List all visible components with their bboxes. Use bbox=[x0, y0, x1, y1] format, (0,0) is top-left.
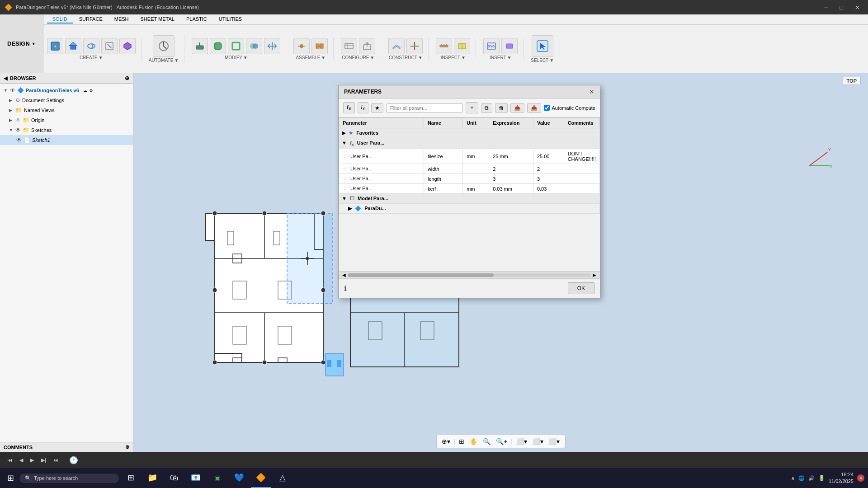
length-expr-cell[interactable]: 3 bbox=[489, 174, 533, 184]
tree-item-named-views[interactable]: ▶ 📁 Named Views bbox=[0, 105, 133, 115]
interference-icon[interactable] bbox=[454, 38, 470, 54]
kerf-unit-cell[interactable]: mm bbox=[463, 184, 489, 194]
kerf-name-cell[interactable]: kerf bbox=[424, 184, 462, 194]
pan-tool[interactable]: ✋ bbox=[468, 437, 479, 446]
scrollbar-thumb[interactable] bbox=[348, 273, 494, 277]
taskbar-other[interactable]: △ bbox=[273, 468, 292, 488]
width-expr-cell[interactable]: 2 bbox=[489, 164, 533, 174]
modify-label[interactable]: MODIFY ▼ bbox=[225, 55, 248, 60]
fillet-icon[interactable] bbox=[210, 38, 226, 54]
tab-sheet-metal[interactable]: SHEET METAL bbox=[135, 15, 180, 23]
revolve-icon[interactable] bbox=[83, 38, 99, 54]
close-button[interactable]: ✕ bbox=[851, 3, 863, 12]
tab-plastic[interactable]: PLASTIC bbox=[181, 15, 212, 23]
import-button[interactable]: 📥 bbox=[510, 103, 524, 113]
view-mode-1[interactable]: ⬜▾ bbox=[514, 437, 529, 446]
auto-compute-label[interactable]: Automatic Compute bbox=[552, 105, 595, 111]
named-views-arrow[interactable]: ▶ bbox=[9, 108, 14, 113]
time-display[interactable]: 18:24 11/02/2025 bbox=[829, 471, 854, 485]
tree-item-sketches[interactable]: ▼ 👁 📁 Sketches bbox=[0, 125, 133, 135]
kerf-comments-cell[interactable] bbox=[564, 184, 599, 194]
eye-icon-sketch1[interactable]: 👁 bbox=[16, 137, 22, 143]
eye-icon[interactable]: 👁 bbox=[10, 87, 15, 94]
tree-item-origin[interactable]: ▶ 👁 📁 Origin bbox=[0, 115, 133, 125]
origin-arrow[interactable]: ▶ bbox=[9, 118, 14, 122]
press-pull-icon[interactable] bbox=[192, 38, 208, 54]
length-comments-cell[interactable] bbox=[564, 174, 599, 184]
col-parameter[interactable]: Parameter bbox=[339, 118, 424, 128]
fx-button[interactable]: fx bbox=[343, 102, 355, 113]
param-search-input[interactable] bbox=[386, 103, 463, 113]
eye-icon-sketches[interactable]: 👁 bbox=[15, 127, 21, 133]
sketches-arrow[interactable]: ▼ bbox=[9, 128, 14, 132]
favorites-expand-arrow[interactable]: ▶ bbox=[342, 130, 345, 136]
network-icon[interactable]: 🌐 bbox=[798, 475, 805, 481]
axis-icon[interactable] bbox=[406, 38, 423, 54]
start-button[interactable]: ⊞ bbox=[4, 471, 18, 485]
col-expression[interactable]: Expression bbox=[489, 118, 533, 128]
assemble-label[interactable]: ASSEMBLE ▼ bbox=[296, 55, 326, 60]
scroll-left-btn[interactable]: ◀ bbox=[340, 272, 348, 277]
col-value[interactable]: Value bbox=[533, 118, 564, 128]
taskbar-fusion[interactable]: 🔶 bbox=[251, 468, 271, 488]
view-mode-2[interactable]: ⬜▾ bbox=[531, 437, 545, 446]
model-params-expand-arrow[interactable]: ▼ bbox=[342, 196, 347, 201]
add-param-button[interactable]: ＋ bbox=[466, 102, 478, 113]
tab-surface[interactable]: SURFACE bbox=[74, 15, 108, 23]
zoom-fit-tool[interactable]: 🔍 bbox=[481, 437, 492, 446]
root-expand-arrow[interactable]: ▼ bbox=[4, 88, 8, 93]
tab-utilities[interactable]: UTILITIES bbox=[213, 15, 247, 23]
construct-label[interactable]: CONSTRUCT ▼ bbox=[389, 55, 423, 60]
rigid-group-icon[interactable] bbox=[311, 38, 328, 54]
select-icon[interactable] bbox=[532, 35, 553, 57]
publish-icon[interactable] bbox=[359, 38, 375, 54]
inspect-label[interactable]: INSPECT ▼ bbox=[441, 55, 466, 60]
move-icon[interactable] bbox=[264, 38, 280, 54]
taskbar-vscode[interactable]: 💙 bbox=[229, 468, 249, 488]
shell-icon[interactable] bbox=[228, 38, 244, 54]
new-component-icon[interactable]: + bbox=[47, 38, 63, 54]
fx2-button[interactable]: fx bbox=[358, 102, 368, 113]
eye-icon-origin[interactable]: 👁 bbox=[15, 117, 21, 123]
col-unit[interactable]: Unit bbox=[463, 118, 489, 128]
combine-icon[interactable] bbox=[246, 38, 262, 54]
tree-item-root[interactable]: ▼ 👁 🔷 ParaDungeonTieles v6 ☁ ⚙ bbox=[0, 85, 133, 95]
browser-filter-icon[interactable]: ⊕ bbox=[125, 75, 129, 81]
grid-tool[interactable]: ⊞ bbox=[457, 437, 466, 446]
copy-param-button[interactable]: ⧉ bbox=[481, 103, 492, 113]
decal-icon[interactable] bbox=[501, 38, 518, 54]
notification-chevron-icon[interactable]: ∧ bbox=[791, 475, 795, 481]
delete-param-button[interactable]: 🗑 bbox=[495, 103, 508, 113]
automate-label[interactable]: AUTOMATE ▼ bbox=[149, 58, 179, 63]
kerf-star-icon[interactable]: ☆ bbox=[343, 186, 347, 191]
search-box[interactable]: 🔍 Type here to search bbox=[19, 474, 119, 483]
measure-icon[interactable] bbox=[436, 38, 452, 54]
length-name-cell[interactable]: length bbox=[424, 174, 462, 184]
playback-next-icon[interactable]: ▶| bbox=[41, 457, 46, 463]
automate-icon[interactable] bbox=[153, 35, 175, 57]
timeline-icon[interactable]: 🕑 bbox=[69, 456, 78, 465]
sketch-icon[interactable] bbox=[101, 38, 118, 54]
back-arrow-icon[interactable]: ◀ bbox=[4, 75, 7, 81]
playback-play-icon[interactable]: ▶ bbox=[30, 457, 34, 463]
volume-icon[interactable]: 🔊 bbox=[808, 475, 815, 481]
tilesize-unit-cell[interactable]: mm bbox=[463, 149, 489, 164]
playback-start-icon[interactable]: ⏮ bbox=[7, 457, 12, 463]
insert-svg-icon[interactable]: SVG bbox=[483, 38, 500, 54]
col-comments[interactable]: Comments bbox=[564, 118, 599, 128]
taskbar-chrome[interactable]: ◉ bbox=[208, 468, 227, 488]
tilesize-expr-cell[interactable]: 25 mm bbox=[489, 149, 533, 164]
length-unit-cell[interactable] bbox=[463, 174, 489, 184]
minimize-button[interactable]: ─ bbox=[820, 3, 831, 12]
tab-solid[interactable]: SOLID bbox=[47, 15, 73, 23]
add-comment-icon[interactable]: ⊕ bbox=[125, 444, 129, 450]
kerf-expr-cell[interactable]: 0.03 mm bbox=[489, 184, 533, 194]
width-comments-cell[interactable] bbox=[564, 164, 599, 174]
scroll-right-btn[interactable]: ▶ bbox=[591, 272, 598, 277]
tree-item-sketch1[interactable]: 👁 📄 Sketch1 bbox=[0, 135, 133, 145]
tilesize-star-icon[interactable]: ☆ bbox=[343, 154, 347, 159]
create-label[interactable]: CREATE ▼ bbox=[80, 55, 103, 60]
taskbar-explorer[interactable]: 📁 bbox=[142, 468, 162, 488]
scrollbar-track[interactable] bbox=[348, 273, 591, 277]
offset-plane-icon[interactable] bbox=[388, 38, 405, 54]
